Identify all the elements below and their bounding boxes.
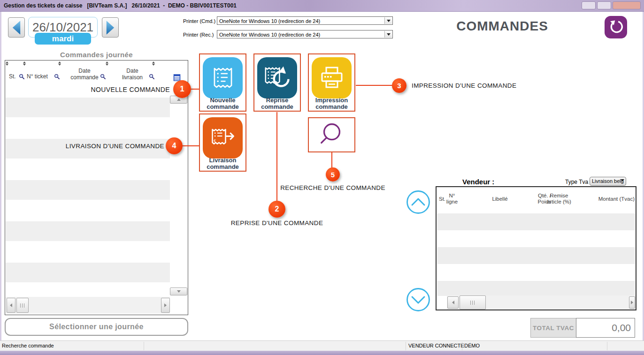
printer-rec-value: OneNote for Windows 10 (redirection de 2… [219, 32, 320, 38]
arrow-left-icon [11, 19, 22, 36]
total-tvac-value: 0,00 [576, 318, 635, 338]
status-divider [144, 342, 144, 350]
window-frame-left [0, 12, 1, 351]
svg-text:€: € [214, 138, 216, 143]
nouvelle-commande-button[interactable] [203, 57, 243, 98]
filter-search-icon[interactable] [19, 74, 25, 80]
refresh-icon [608, 19, 624, 35]
annotation-label-nouvelle: NOUVELLE COMMANDE [52, 86, 170, 93]
receipt-redo-icon [264, 65, 291, 91]
annotation-circle-1: 1 [173, 80, 191, 98]
impression-commande-label: Impression commande [309, 97, 354, 110]
status-vendor-text: VENDEUR CONNECTE [408, 343, 464, 348]
scroll-right-button[interactable] [629, 296, 635, 309]
annotation-label-livraison: LIVRAISON D'UNE COMMANDE [46, 143, 164, 150]
annotation-label-recherche: RECHERCHE D'UNE COMMANDE [276, 184, 389, 191]
column-resize-handle[interactable] [106, 61, 108, 66]
annotation-label-reprise: REPRISE D'UNE COMMANDE [221, 219, 333, 227]
commandes-table-rows [6, 98, 170, 297]
reprise-commande-button[interactable] [257, 57, 297, 98]
annotation-circle-5: 5 [326, 167, 340, 181]
printer-icon [320, 66, 344, 90]
column-header-remise: Remise article (%) [546, 193, 572, 205]
printer-cmd-value: OneNote for Windows 10 (redirection de 2… [219, 18, 320, 24]
scroll-lines-down-button[interactable] [406, 287, 430, 312]
filter-search-icon[interactable] [100, 74, 106, 80]
chevron-up-icon [406, 190, 430, 214]
close-button[interactable] [613, 1, 641, 9]
column-header-libelle: Libellé [481, 196, 519, 202]
nouvelle-commande-label: Nouvelle commande [200, 97, 245, 110]
maximize-button[interactable] [597, 1, 611, 9]
filter-search-icon[interactable] [149, 74, 155, 80]
combo-arrow-icon[interactable] [384, 31, 392, 38]
column-resize-handle[interactable] [152, 61, 155, 66]
printer-cmd-label: Printer (Cmd.) [183, 17, 215, 25]
livraison-commande-box: € Livraison commande [199, 113, 246, 172]
annotation-circle-3: 3 [392, 78, 406, 93]
day-of-week-badge: mardi [35, 33, 91, 45]
column-resize-handle[interactable] [6, 61, 8, 66]
column-header-st: St. [9, 73, 16, 80]
livraison-commande-label: Livraison commande [200, 157, 245, 170]
commandes-journee-heading: Commandes journée [5, 51, 188, 59]
scroll-lines-up-button[interactable] [406, 190, 430, 214]
column-header-date-commande: Date commande [70, 68, 99, 81]
scroll-down-button[interactable] [170, 287, 187, 295]
previous-day-button[interactable] [8, 17, 25, 38]
annotation-line-1 [190, 89, 199, 90]
recherche-commande-button[interactable] [308, 117, 355, 152]
column-header-montant: Montant (Tvac) [588, 196, 635, 202]
horizontal-scrollbar-track[interactable] [6, 297, 170, 314]
annotation-circle-4: 4 [166, 137, 183, 154]
annotation-line-3 [356, 85, 392, 86]
annotation-line-5 [331, 152, 332, 168]
filter-search-icon[interactable] [54, 74, 60, 80]
window-titlebar[interactable]: Gestion des tickets de caisse [BIVTeam S… [0, 0, 644, 12]
scroll-right-button[interactable] [161, 298, 170, 313]
search-icon [317, 121, 346, 150]
window-frame-bottom [0, 351, 644, 355]
next-day-button[interactable] [102, 17, 119, 38]
nouvelle-commande-box: Nouvelle commande [199, 53, 246, 112]
select-day-button[interactable]: Sélectionner une journée [5, 318, 188, 336]
window-title: Gestion des tickets de caisse [BIVTeam S… [4, 0, 237, 12]
annotation-circle-2: 2 [268, 201, 285, 218]
column-header-date-livraison: Date livraison [118, 68, 147, 81]
annotation-line-4 [182, 145, 199, 146]
scroll-left-button[interactable] [447, 296, 459, 309]
vendeur-label: Vendeur : [462, 178, 494, 186]
type-tva-value: Livraison belg [592, 178, 624, 184]
combo-arrow-icon [621, 181, 624, 186]
receipt-icon [212, 65, 234, 91]
column-header-ligne: N° ligne [443, 193, 461, 205]
status-divider [607, 342, 607, 350]
printer-rec-label: Printer (Rec.) [183, 31, 214, 38]
chevron-down-icon [406, 287, 430, 312]
type-tva-label: Type Tva [565, 179, 588, 185]
horizontal-scrollbar-thumb[interactable] [16, 298, 29, 313]
printer-cmd-select[interactable]: OneNote for Windows 10 (redirection de 2… [217, 16, 393, 25]
status-mode-text: DÉMO [464, 343, 480, 348]
commandes-journee-table: St. N° ticket Date commande Date livrais… [5, 60, 188, 315]
arrow-right-icon [105, 19, 116, 36]
type-tva-select[interactable]: Livraison belg [590, 177, 626, 186]
refresh-button[interactable] [605, 16, 627, 38]
combo-arrow-icon[interactable] [384, 17, 392, 24]
receipt-deliver-icon: € [210, 126, 236, 150]
printer-rec-select[interactable]: OneNote for Windows 10 (redirection de 2… [217, 30, 393, 38]
annotation-label-impression: IMPRESSION D'UNE COMMANDE [412, 82, 516, 89]
column-resize-handle[interactable] [23, 61, 26, 66]
column-resize-handle[interactable] [58, 61, 61, 66]
horizontal-scrollbar-thumb[interactable] [460, 295, 486, 310]
column-header-ticket: N° ticket [27, 73, 48, 80]
order-lines-rows [437, 213, 635, 296]
livraison-commande-button[interactable]: € [203, 117, 243, 159]
status-search-text: Recherche commande [2, 343, 54, 348]
impression-commande-button[interactable] [312, 57, 352, 98]
order-lines-table: St. N° ligne Libellé Qté. / Poids Remise… [436, 186, 636, 310]
status-bar: Recherche commande VENDEUR CONNECTE DÉMO [0, 340, 644, 351]
reprise-commande-box: Reprise commande [253, 53, 301, 112]
minimize-button[interactable] [582, 1, 596, 9]
scroll-left-button[interactable] [7, 298, 15, 313]
